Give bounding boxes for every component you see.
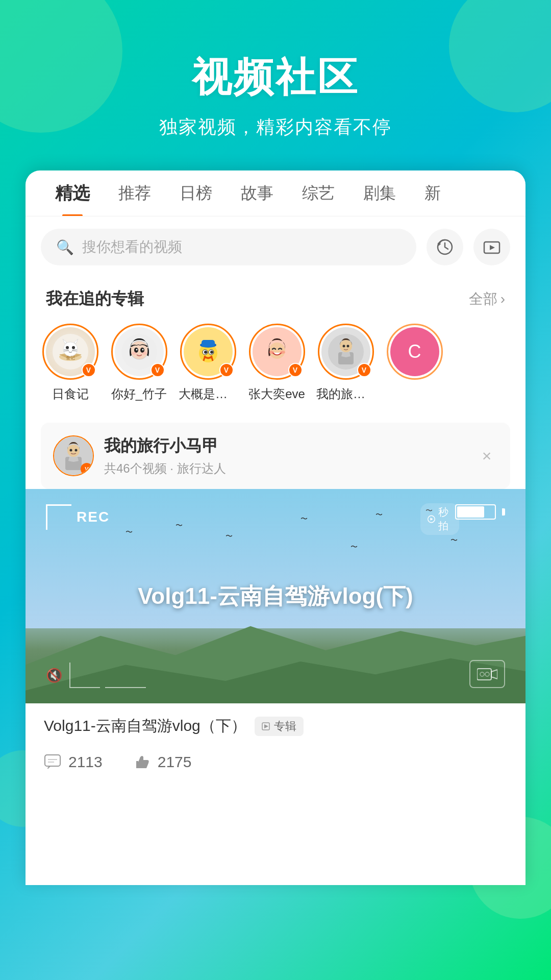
album-item-partial[interactable]: C xyxy=(385,324,444,386)
svg-point-32 xyxy=(269,342,285,359)
svg-marker-2 xyxy=(490,245,495,250)
album-name-zhang: 张大奕eve xyxy=(247,386,306,402)
bird-1: 〜 xyxy=(126,528,133,537)
likes-count: 2175 xyxy=(158,753,192,771)
svg-point-7 xyxy=(72,346,75,349)
video-info-title: Volg11-云南自驾游vlog（下） xyxy=(44,716,246,737)
nihao-avatar-img xyxy=(121,334,157,370)
album-item-nihao[interactable]: V 你好_竹子 xyxy=(110,324,168,402)
svg-point-49 xyxy=(480,672,484,676)
bird-2: 〜 xyxy=(176,521,183,530)
search-box[interactable]: 🔍 搜你想看的视频 xyxy=(41,229,416,265)
zhang-avatar-img xyxy=(259,334,295,370)
album-item-travel[interactable]: V 我的旅行... xyxy=(316,324,375,402)
history-button[interactable] xyxy=(427,229,463,265)
info-card: V 我的旅行小马甲 共46个视频 · 旅行达人 × xyxy=(41,423,510,489)
stats-row: 2113 2175 xyxy=(26,745,525,783)
recorder-icon xyxy=(477,667,497,682)
album-row: 食记 V 日食记 xyxy=(26,318,525,418)
video-folder-icon xyxy=(483,238,501,256)
history-icon xyxy=(436,238,454,256)
svg-point-29 xyxy=(204,351,207,354)
svg-point-44 xyxy=(75,449,78,452)
tab-ribang[interactable]: 日榜 xyxy=(165,170,227,216)
info-card-avatar: V xyxy=(53,435,94,476)
progress-l-shape xyxy=(69,663,100,688)
svg-point-5 xyxy=(63,342,78,356)
album-avatar-partial: C xyxy=(390,327,439,376)
info-avatar-vip-badge: V xyxy=(81,463,93,475)
tab-bar: 精选 推荐 日榜 故事 综艺 剧集 新 xyxy=(26,170,525,216)
mute-icon: 🔇 xyxy=(46,668,62,683)
vip-badge-jiing: V xyxy=(219,363,234,377)
album-item-zhang[interactable]: V 张大奕eve xyxy=(247,324,306,402)
search-placeholder-text: 搜你想看的视频 xyxy=(82,237,182,257)
svg-point-16 xyxy=(130,341,148,359)
svg-marker-48 xyxy=(491,670,497,679)
video-info: Volg11-云南自驾游vlog（下） 专辑 xyxy=(26,703,525,745)
vip-badge-zhang: V xyxy=(288,363,303,377)
bird-5: 〜 xyxy=(350,543,358,552)
tab-tuijian[interactable]: 推荐 xyxy=(104,170,165,216)
svg-point-20 xyxy=(142,349,143,351)
seconds-text: 秒拍 xyxy=(438,505,452,533)
video-bottom-controls: 🔇 xyxy=(46,663,146,688)
svg-point-21 xyxy=(132,352,137,355)
info-card-close-button[interactable]: × xyxy=(475,445,498,467)
svg-point-43 xyxy=(70,449,72,452)
tab-jingxuan[interactable]: 精选 xyxy=(41,170,104,216)
album-name-nihao: 你好_竹子 xyxy=(110,386,168,402)
svg-text:食记: 食记 xyxy=(66,355,75,360)
svg-point-41 xyxy=(67,445,80,457)
play-circle-icon xyxy=(428,513,435,525)
rec-corner-icon xyxy=(46,504,71,530)
battery-cap xyxy=(502,508,505,516)
risshoku-avatar-img: 食记 xyxy=(53,334,88,370)
bird-6: 〜 xyxy=(375,510,383,520)
tab-juji[interactable]: 剧集 xyxy=(349,170,410,216)
following-more-button[interactable]: 全部 › xyxy=(469,289,505,309)
video-container[interactable]: 〜 〜 〜 〜 〜 〜 〜 〜 REC 秒拍 xyxy=(26,489,525,703)
seconds-badge: 秒拍 xyxy=(420,503,459,535)
svg-point-33 xyxy=(269,351,274,354)
search-icon: 🔍 xyxy=(56,239,74,256)
jiing-avatar-img xyxy=(190,334,226,370)
like-icon xyxy=(133,753,152,771)
battery-fill xyxy=(457,506,484,518)
video-title-overlay: Volg11-云南自驾游vlog(下) xyxy=(138,581,413,611)
album-name-jiing: 大概是井越 xyxy=(179,386,237,402)
album-item-jiing[interactable]: V 大概是井越 xyxy=(179,324,237,402)
video-folder-button[interactable] xyxy=(473,229,510,265)
vip-badge-nihao: V xyxy=(151,363,165,377)
tab-zongyi[interactable]: 综艺 xyxy=(288,170,349,216)
svg-point-34 xyxy=(280,351,285,354)
tab-xin[interactable]: 新 xyxy=(410,170,455,216)
video-recorder-icon-wrap xyxy=(469,660,505,688)
svg-point-38 xyxy=(342,345,345,348)
bird-8: 〜 xyxy=(450,536,458,545)
tab-gushi[interactable]: 故事 xyxy=(227,170,288,216)
comments-count: 2113 xyxy=(68,753,103,771)
info-card-content: 我的旅行小马甲 共46个视频 · 旅行达人 xyxy=(104,435,465,477)
album-tag-label: 专辑 xyxy=(274,719,296,734)
partial-album-letter: C xyxy=(408,341,421,362)
album-tag: 专辑 xyxy=(255,717,304,736)
info-card-title: 我的旅行小马甲 xyxy=(104,435,465,457)
app-card: 精选 推荐 日榜 故事 综艺 剧集 新 🔍 搜你想看的视频 xyxy=(26,170,525,885)
svg-point-39 xyxy=(346,345,349,348)
following-title: 我在追的专辑 xyxy=(46,288,144,310)
video-info-row: Volg11-云南自驾游vlog（下） 专辑 xyxy=(44,716,507,737)
svg-point-50 xyxy=(485,672,489,676)
svg-point-36 xyxy=(340,340,352,352)
album-name-risshoku: 日食记 xyxy=(41,386,99,402)
play-tag-icon xyxy=(262,722,271,731)
comments-stat: 2113 xyxy=(44,753,103,771)
svg-marker-46 xyxy=(430,518,433,520)
vip-badge-risshoku: V xyxy=(82,363,96,377)
search-section: 🔍 搜你想看的视频 xyxy=(26,216,525,278)
svg-point-30 xyxy=(210,351,213,354)
album-item-risshoku[interactable]: 食记 V 日食记 xyxy=(41,324,99,402)
svg-rect-26 xyxy=(202,340,215,347)
album-name-travel: 我的旅行... xyxy=(316,386,375,402)
svg-rect-53 xyxy=(45,755,60,766)
